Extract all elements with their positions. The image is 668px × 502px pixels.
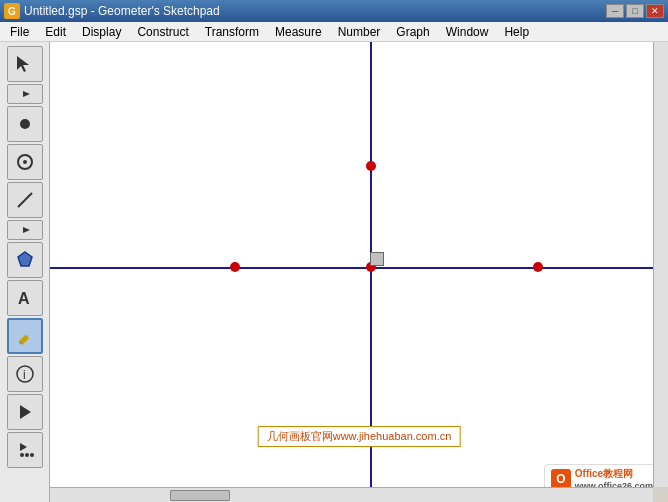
minimize-button[interactable]: ─ [606,4,624,18]
svg-point-17 [30,453,34,457]
animation-tool[interactable] [7,394,43,430]
titlebar: G Untitled.gsp - Geometer's Sketchpad ─ … [0,0,668,22]
menu-number[interactable]: Number [330,23,389,41]
watermark: 几何画板官网www.jihehuaban.com.cn [258,426,461,447]
office-logo-icon: O [551,469,571,489]
horizontal-scrollbar-thumb[interactable] [170,490,230,501]
scroll-corner [653,487,668,502]
point-right[interactable] [533,262,543,272]
titlebar-title: Untitled.gsp - Geometer's Sketchpad [24,4,220,18]
menu-display[interactable]: Display [74,23,129,41]
arrow-tool[interactable] [7,46,43,82]
menu-graph[interactable]: Graph [388,23,437,41]
svg-marker-6 [23,227,30,233]
point-top[interactable] [366,161,376,171]
svg-marker-7 [18,252,32,266]
svg-marker-13 [20,405,31,419]
animation-dots-tool[interactable] [7,432,43,468]
origin-handle[interactable] [370,252,384,266]
menu-measure[interactable]: Measure [267,23,330,41]
svg-marker-0 [17,56,29,72]
maximize-button[interactable]: □ [626,4,644,18]
svg-point-15 [20,453,24,457]
horizontal-scrollbar[interactable] [50,487,653,502]
text-tool[interactable]: A [7,280,43,316]
menu-help[interactable]: Help [496,23,537,41]
office-logo-text: Office教程网 [575,467,653,481]
svg-point-4 [23,160,27,164]
titlebar-left: G Untitled.gsp - Geometer's Sketchpad [4,3,220,19]
svg-text:A: A [18,290,30,307]
circle-tool[interactable] [7,144,43,180]
toolbar: A i [0,42,50,502]
menubar: File Edit Display Construct Transform Me… [0,22,668,42]
info-tool[interactable]: i [7,356,43,392]
point-left[interactable] [230,262,240,272]
app-icon: G [4,3,20,19]
menu-edit[interactable]: Edit [37,23,74,41]
svg-text:i: i [23,368,26,382]
horizontal-axis [50,267,668,269]
vertical-scrollbar[interactable] [653,42,668,487]
polygon-tool[interactable] [7,242,43,278]
main-area: A i [0,42,668,502]
close-button[interactable]: ✕ [646,4,664,18]
menu-transform[interactable]: Transform [197,23,267,41]
svg-point-16 [25,453,29,457]
titlebar-buttons: ─ □ ✕ [606,4,664,18]
line-tool[interactable] [7,182,43,218]
segment-tool[interactable] [7,220,43,240]
menu-window[interactable]: Window [438,23,497,41]
svg-marker-1 [23,91,30,97]
menu-construct[interactable]: Construct [129,23,196,41]
svg-point-2 [20,119,30,129]
svg-line-5 [18,193,32,207]
arrow-right-tool[interactable] [7,84,43,104]
menu-file[interactable]: File [2,23,37,41]
marker-tool[interactable] [7,318,43,354]
point-tool[interactable] [7,106,43,142]
svg-marker-14 [20,443,27,451]
canvas-area[interactable]: 几何画板官网www.jihehuaban.com.cn O Office教程网 … [50,42,668,502]
